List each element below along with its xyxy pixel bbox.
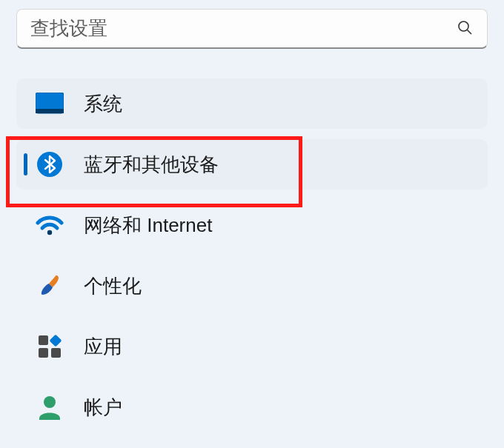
wifi-icon (35, 210, 64, 240)
paintbrush-icon (35, 271, 64, 301)
svg-rect-5 (36, 111, 64, 113)
nav-item-system[interactable]: 系统 (16, 78, 488, 129)
nav-item-label: 系统 (84, 91, 122, 117)
person-icon (35, 392, 64, 422)
svg-point-7 (47, 230, 52, 235)
svg-point-0 (459, 21, 468, 31)
svg-rect-9 (39, 348, 48, 358)
search-icon (456, 19, 474, 39)
settings-nav: 系统 蓝牙和其他设备 网络和 Internet (0, 49, 504, 432)
nav-item-accounts[interactable]: 帐户 (16, 382, 488, 432)
search-input[interactable] (30, 17, 456, 40)
nav-item-label: 网络和 Internet (84, 213, 212, 238)
system-icon (35, 89, 64, 118)
svg-rect-10 (51, 348, 61, 358)
svg-rect-8 (39, 335, 48, 345)
nav-item-apps[interactable]: 应用 (16, 321, 488, 372)
selection-accent (24, 153, 27, 175)
nav-item-bluetooth[interactable]: 蓝牙和其他设备 (16, 139, 488, 190)
svg-point-12 (44, 396, 56, 408)
nav-item-label: 应用 (84, 334, 122, 360)
nav-item-label: 个性化 (84, 273, 142, 299)
nav-item-network[interactable]: 网络和 Internet (16, 200, 488, 250)
svg-rect-11 (50, 335, 62, 347)
nav-item-label: 蓝牙和其他设备 (84, 152, 219, 178)
apps-icon (35, 332, 64, 361)
search-container (0, 0, 504, 49)
search-box[interactable] (16, 9, 488, 49)
bluetooth-icon (35, 150, 64, 179)
nav-item-label: 帐户 (84, 395, 122, 421)
svg-line-1 (468, 30, 472, 34)
nav-item-personalization[interactable]: 个性化 (16, 261, 488, 311)
